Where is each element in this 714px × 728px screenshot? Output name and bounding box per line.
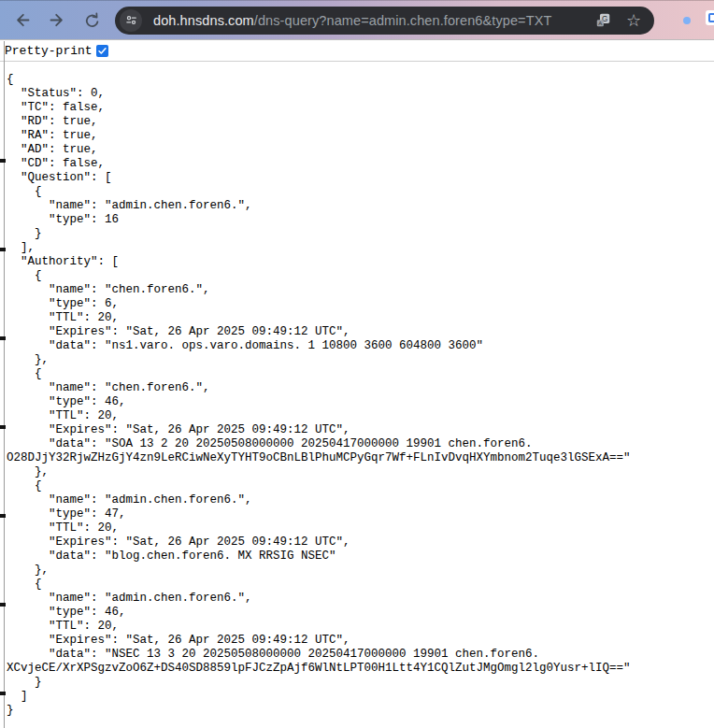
url-text[interactable]: doh.hnsdns.com/dns-query?name=admin.chen… — [153, 13, 587, 28]
json-response-area: { "Status": 0, "TC": false, "RD": true, … — [0, 62, 714, 727]
left-edge-tick — [0, 248, 6, 251]
left-edge-tick — [0, 603, 6, 607]
pretty-print-bar: Pretty-print — [0, 40, 714, 62]
url-path: /dns-query?name=admin.chen.foren6&type=T… — [254, 13, 552, 28]
translate-icon[interactable]: G A — [594, 12, 611, 29]
forward-button[interactable] — [43, 7, 71, 35]
left-edge-tick — [0, 514, 6, 518]
back-icon — [12, 10, 32, 30]
url-domain: doh.hnsdns.com — [153, 13, 254, 28]
pretty-print-label: Pretty-print — [5, 44, 93, 58]
reload-icon — [83, 11, 102, 30]
dns-json-output: { "Status": 0, "TC": false, "RD": true, … — [0, 62, 714, 718]
extension-icon-inner — [708, 13, 714, 22]
extension-icon-partial[interactable] — [706, 10, 714, 25]
reload-button[interactable] — [79, 7, 107, 35]
back-button[interactable] — [7, 7, 36, 35]
forward-icon — [48, 10, 67, 30]
svg-text:A: A — [598, 21, 602, 26]
address-bar[interactable]: doh.hnsdns.com/dns-query?name=admin.chen… — [115, 7, 654, 35]
checkmark-icon — [97, 46, 107, 56]
left-edge-tick — [0, 692, 6, 695]
pretty-print-checkbox[interactable] — [96, 45, 108, 57]
left-edge-tick — [0, 336, 6, 340]
bookmark-star-icon[interactable]: ☆ — [625, 12, 642, 29]
site-settings-button[interactable] — [120, 9, 142, 32]
left-edge-tick — [0, 425, 6, 429]
browser-toolbar: doh.hnsdns.com/dns-query?name=admin.chen… — [0, 0, 714, 40]
left-edge-tick — [0, 159, 6, 163]
profile-avatar-ring[interactable] — [683, 17, 691, 24]
tune-icon — [124, 13, 138, 27]
window-left-edge-line — [4, 41, 5, 728]
